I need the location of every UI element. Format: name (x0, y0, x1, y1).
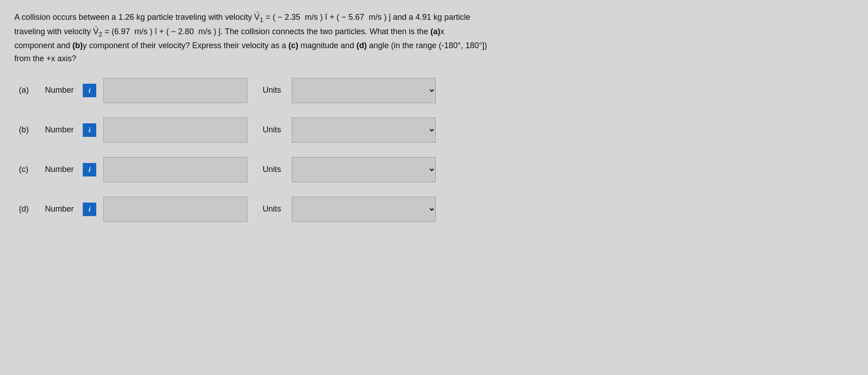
row-a-units-label: Units (263, 86, 281, 95)
row-c-info-button[interactable]: i (83, 163, 96, 176)
row-c-label: (c) (19, 165, 38, 174)
row-b-label: (b) (19, 125, 38, 135)
row-b-number-input[interactable] (103, 117, 247, 143)
row-a: (a) Number i Units m/s km/h ft/s mph (19, 78, 854, 103)
row-c: (c) Number i Units m/s km/h ft/s mph (19, 157, 854, 182)
row-d-units-select[interactable]: ° rad deg (292, 197, 436, 222)
problem-statement: A collision occurs between a 1.26 kg par… (14, 11, 851, 65)
row-c-units-label: Units (263, 165, 281, 174)
row-b-number-label: Number (45, 125, 74, 135)
row-a-units-select[interactable]: m/s km/h ft/s mph (292, 78, 436, 103)
row-b-units-select[interactable]: m/s km/h ft/s mph (292, 117, 436, 143)
row-a-number-input[interactable] (103, 78, 247, 103)
row-a-number-label: Number (45, 86, 74, 95)
row-c-units-select[interactable]: m/s km/h ft/s mph (292, 157, 436, 182)
row-c-number-label: Number (45, 165, 74, 174)
row-d-label: (d) (19, 204, 38, 214)
row-a-label: (a) (19, 86, 38, 95)
row-b-info-button[interactable]: i (83, 123, 96, 137)
answer-rows: (a) Number i Units m/s km/h ft/s mph (b)… (14, 78, 854, 228)
row-d-units-label: Units (263, 204, 281, 214)
row-d-info-button[interactable]: i (83, 203, 96, 216)
row-c-number-input[interactable] (103, 157, 247, 182)
row-a-info-button[interactable]: i (83, 84, 96, 97)
row-d-number-input[interactable] (103, 197, 247, 222)
row-b-units-label: Units (263, 125, 281, 135)
row-d-number-label: Number (45, 204, 74, 214)
row-d: (d) Number i Units ° rad deg (19, 197, 854, 222)
row-b: (b) Number i Units m/s km/h ft/s mph (19, 117, 854, 143)
